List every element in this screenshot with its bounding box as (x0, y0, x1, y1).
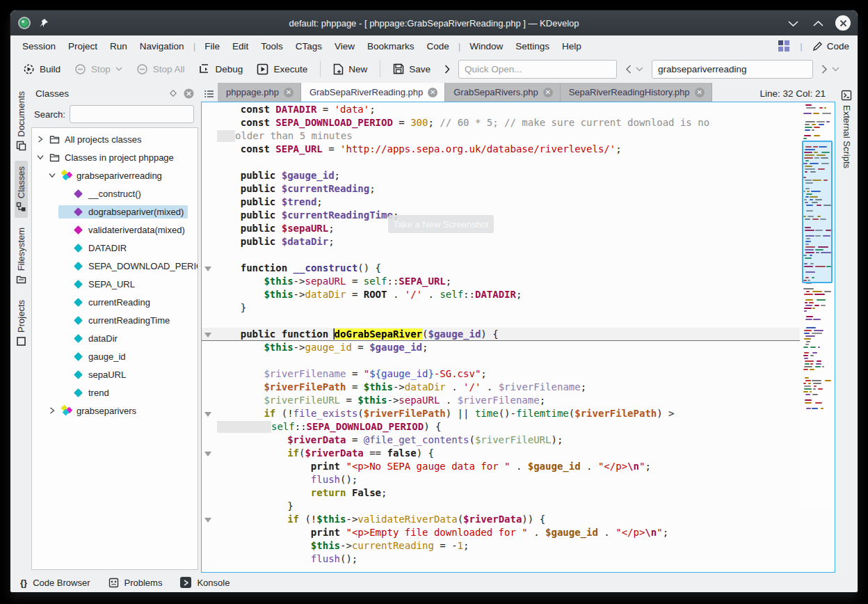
tree-item-grabseparivers[interactable]: grabseparivers (32, 402, 198, 420)
execute-button[interactable]: Execute (251, 60, 313, 79)
tab-close-icon[interactable]: ✕ (543, 88, 553, 97)
menu-item-code[interactable]: Code (421, 38, 456, 54)
filesystem-icon (16, 274, 26, 285)
tree-item-sepa-download-period[interactable]: SEPA_DOWNLOAD_PERIOD (32, 257, 198, 275)
fold-margin (202, 116, 217, 129)
menu-item-ctags[interactable]: CTags (289, 38, 328, 54)
code-editor[interactable]: const DATADIR = 'data'; const SEPA_DOWNL… (201, 102, 835, 573)
code-line: const SEPA_URL = 'http://apps.sepa.org.u… (202, 143, 800, 156)
fold-margin (202, 381, 217, 394)
code-area-label: Code (827, 41, 849, 51)
fold-margin (202, 434, 217, 447)
tree-item-currentreadingtime[interactable]: currentReadingTime (32, 311, 198, 329)
menu-item-tools[interactable]: Tools (255, 38, 289, 54)
tree-item-sepaurl[interactable]: sepaURL (32, 365, 198, 383)
tree-item-gauge-id[interactable]: gauge_id (32, 347, 198, 365)
toolbar-overflow-icon[interactable] (439, 65, 456, 74)
fold-margin (202, 169, 217, 182)
menu-item-session[interactable]: Session (16, 38, 62, 54)
editor-tab-separiverreadinghistory-php[interactable]: SepaRiverReadingHistory.php✕ (561, 83, 712, 102)
maximize-button[interactable] (810, 15, 826, 31)
dock-tab-documents[interactable]: Documents (15, 86, 28, 157)
tree-item-datadir[interactable]: DATADIR (32, 239, 198, 257)
build-button[interactable]: Build (17, 60, 66, 79)
dock-tab-projects[interactable]: Projects (15, 294, 28, 352)
editor-tab-grabseparivers-php[interactable]: GrabSepaRivers.php✕ (445, 83, 560, 102)
search-input[interactable] (652, 60, 813, 79)
tree-item-datadir[interactable]: dataDir (32, 329, 198, 347)
quick-open-input[interactable] (458, 60, 617, 79)
tree-item-sepa-url[interactable]: SEPA_URL (32, 275, 198, 293)
minimap-viewport[interactable] (802, 141, 833, 283)
stop-icon (74, 63, 86, 75)
search-next-dropdown-icon[interactable] (832, 67, 839, 72)
tree-item-classes-in-project-phppage[interactable]: Classes in project phppage (32, 148, 198, 166)
minimize-button[interactable] (785, 15, 801, 31)
code-area[interactable]: const DATADIR = 'data'; const SEPA_DOWNL… (202, 103, 800, 571)
tree-item-all-projects-classes[interactable]: All projects classes (32, 130, 198, 148)
stop-button[interactable]: Stop (69, 60, 128, 79)
dock-tab-code-browser[interactable]: {}Code Browser (20, 578, 90, 588)
dock-tab-filesystem[interactable]: Filesystem (15, 222, 28, 290)
menu-item-project[interactable]: Project (62, 38, 104, 54)
search-prev-icon[interactable] (625, 65, 632, 74)
code-line (202, 315, 800, 328)
tree-item-trend[interactable]: trend (32, 383, 198, 402)
fold-margin[interactable] (202, 328, 217, 340)
menu-item-help[interactable]: Help (556, 38, 588, 54)
save-button[interactable]: Save (387, 60, 436, 78)
search-next-icon[interactable] (821, 65, 828, 74)
menu-item-run[interactable]: Run (104, 38, 134, 54)
fold-margin[interactable] (202, 407, 217, 420)
menu-item-view[interactable]: View (328, 38, 361, 54)
wrap-indicator (217, 130, 235, 142)
dock-tab-problems[interactable]: Problems (108, 578, 163, 588)
fold-margin[interactable] (202, 513, 217, 526)
code-area-button[interactable]: Code (812, 41, 849, 51)
fold-margin (202, 248, 217, 262)
tree-chevron-icon[interactable] (36, 136, 45, 143)
fold-margin[interactable] (202, 447, 217, 460)
tree-item-grabsepariverreading[interactable]: grabsepariverreading (32, 166, 198, 184)
menu-item-file[interactable]: File (198, 38, 226, 54)
debug-button[interactable]: Debug (193, 60, 249, 79)
menu-item-navigation[interactable]: Navigation (134, 38, 191, 54)
minimap[interactable] (802, 104, 833, 506)
title-bar[interactable]: default: phppage - [ phppage:GrabSepaRiv… (10, 10, 858, 35)
close-button[interactable] (835, 15, 851, 31)
tree-item-validateriverdata-mixed-[interactable]: validateriverdata(mixed) (32, 221, 198, 239)
menu-item-window[interactable]: Window (463, 38, 509, 54)
pin-icon[interactable] (38, 17, 49, 29)
class-search-input[interactable] (70, 105, 194, 123)
dock-tab-konsole[interactable]: Konsole (180, 577, 230, 588)
dock-tab-classes[interactable]: Classes (15, 161, 28, 218)
stop-all-button[interactable]: Stop All (131, 60, 191, 79)
tree-chevron-icon[interactable] (36, 154, 45, 160)
fold-margin[interactable] (202, 262, 217, 275)
tree-chevron-icon[interactable] (48, 173, 56, 178)
tab-close-icon[interactable]: ✕ (284, 88, 294, 97)
tree-item-currentreading[interactable]: currentReading (32, 293, 198, 311)
panel-close-icon[interactable] (184, 88, 194, 99)
new-button[interactable]: New (328, 60, 373, 79)
menu-item-bookmarks[interactable]: Bookmarks (361, 38, 421, 54)
editor-tab-grabsepariverreading-php[interactable]: GrabSepaRiverReading.php✕ (301, 83, 445, 102)
code-line: $this->dataDir = ROOT . '/' . self::DATA… (202, 288, 800, 301)
debug-icon (199, 63, 211, 75)
tab-list-icon[interactable] (201, 90, 218, 102)
menu-item-settings[interactable]: Settings (509, 38, 556, 54)
external-scripts-icon (841, 90, 852, 101)
dock-tab-external-scripts[interactable]: External Scripts (839, 86, 853, 173)
editor-tab-phppage-php[interactable]: phppage.php✕ (218, 83, 301, 102)
tab-close-icon[interactable]: ✕ (428, 88, 437, 97)
cursor-position-status: Line: 32 Col: 21 (760, 88, 835, 102)
search-prev-dropdown-icon[interactable] (636, 67, 643, 72)
tree-chevron-icon[interactable] (48, 407, 56, 414)
menu-item-edit[interactable]: Edit (226, 38, 255, 54)
tree-item-dograbsepariver-mixed-[interactable]: dograbsepariver(mixed) (32, 202, 198, 221)
tab-close-icon[interactable]: ✕ (695, 88, 705, 97)
panel-float-icon[interactable] (170, 90, 177, 97)
tree-item--construct-[interactable]: __construct() (32, 184, 198, 202)
code-line: public $sepaURL; (202, 222, 800, 235)
area-switcher-icon[interactable] (778, 40, 790, 52)
